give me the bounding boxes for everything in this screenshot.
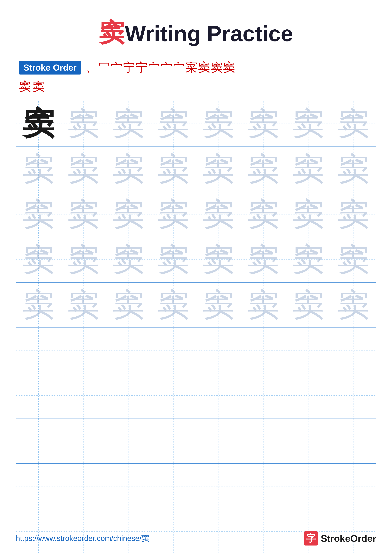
cell-char-ghost: 窦 (292, 244, 324, 275)
grid-cell-8-8[interactable] (331, 418, 376, 463)
grid-row-2: 窦 窦 窦 窦 窦 窦 窦 窦 (16, 146, 376, 192)
cell-char-ghost: 窦 (68, 244, 99, 275)
cell-char-ghost: 窦 (248, 198, 279, 230)
stroke-1: 、 (86, 59, 98, 75)
grid-cell-2-6: 窦 (241, 146, 286, 191)
footer-logo-icon: 字 (304, 531, 318, 546)
grid-cell-4-5: 窦 (196, 237, 241, 282)
cell-char-ghost: 窦 (248, 153, 279, 185)
grid-cell-2-8: 窦 (331, 146, 376, 191)
cell-char-ghost: 窦 (292, 289, 324, 321)
stroke-4: 宁 (123, 59, 135, 75)
grid-cell-3-1: 窦 (16, 192, 61, 237)
page: 窦 Writing Practice Stroke Order 、 冖 宀 宁 … (0, 0, 392, 555)
grid-cell-1-2: 窦 (61, 101, 106, 146)
grid-cell-9-1[interactable] (16, 464, 61, 509)
grid-cell-5-6: 窦 (241, 283, 286, 328)
footer-logo-text: StrokeOrder (321, 533, 376, 544)
footer-url: https://www.strokeorder.com/chinese/窦 (16, 533, 149, 543)
grid-cell-9-5[interactable] (196, 464, 241, 509)
grid-cell-2-5: 窦 (196, 146, 241, 191)
cell-char-ghost: 窦 (248, 244, 279, 275)
grid-cell-9-3[interactable] (106, 464, 151, 509)
grid-cell-1-6: 窦 (241, 101, 286, 146)
stroke-10: 窦 (198, 59, 210, 75)
cell-char-ghost: 窦 (248, 108, 279, 139)
grid-cell-8-5[interactable] (196, 418, 241, 463)
grid-cell-6-8[interactable] (331, 328, 376, 373)
grid-cell-6-3[interactable] (106, 328, 151, 373)
grid-row-9 (16, 464, 376, 509)
grid-cell-5-4: 窦 (151, 283, 196, 328)
grid-cell-7-8[interactable] (331, 373, 376, 418)
grid-cell-9-7[interactable] (286, 464, 331, 509)
cell-char-ghost: 窦 (248, 289, 279, 321)
cell-char-ghost: 窦 (338, 108, 369, 139)
grid-cell-8-4[interactable] (151, 418, 196, 463)
cell-char-ghost: 窦 (113, 108, 144, 139)
grid-cell-6-6[interactable] (241, 328, 286, 373)
grid-cell-8-3[interactable] (106, 418, 151, 463)
cell-char-ghost: 窦 (292, 108, 324, 139)
grid-cell-7-4[interactable] (151, 373, 196, 418)
grid-cell-5-2: 窦 (61, 283, 106, 328)
grid-cell-8-1[interactable] (16, 418, 61, 463)
cell-char-ghost: 窦 (68, 289, 99, 321)
grid-cell-3-6: 窦 (241, 192, 286, 237)
cell-char-ghost: 窦 (157, 244, 189, 275)
title-chinese-char: 窦 (99, 19, 124, 47)
stroke-sequence: 、 冖 宀 宁 宁 宀 宀 宀 寀 窦 窦 窦 (86, 59, 235, 75)
grid-cell-4-4: 窦 (151, 237, 196, 282)
grid-row-4: 窦 窦 窦 窦 窦 窦 窦 窦 (16, 237, 376, 282)
grid-cell-1-8: 窦 (331, 101, 376, 146)
grid-cell-7-2[interactable] (61, 373, 106, 418)
grid-row-6 (16, 328, 376, 373)
cell-char-ghost: 窦 (68, 153, 99, 185)
grid-cell-2-3: 窦 (106, 146, 151, 191)
grid-cell-5-3: 窦 (106, 283, 151, 328)
grid-cell-3-4: 窦 (151, 192, 196, 237)
grid-cell-8-2[interactable] (61, 418, 106, 463)
grid-cell-4-2: 窦 (61, 237, 106, 282)
grid-cell-7-1[interactable] (16, 373, 61, 418)
grid-cell-2-1: 窦 (16, 146, 61, 191)
grid-cell-6-7[interactable] (286, 328, 331, 373)
grid-cell-8-6[interactable] (241, 418, 286, 463)
grid-cell-4-7: 窦 (286, 237, 331, 282)
grid-cell-7-3[interactable] (106, 373, 151, 418)
grid-cell-3-7: 窦 (286, 192, 331, 237)
cell-char-ghost: 窦 (338, 198, 369, 230)
grid-cell-6-2[interactable] (61, 328, 106, 373)
footer: https://www.strokeorder.com/chinese/窦 字 … (16, 531, 376, 546)
cell-char-ghost: 窦 (203, 153, 234, 185)
grid-cell-9-8[interactable] (331, 464, 376, 509)
title-text: Writing Practice (125, 21, 293, 46)
grid-row-7 (16, 373, 376, 418)
cell-char-dark: 窦 (23, 108, 54, 139)
grid-cell-7-7[interactable] (286, 373, 331, 418)
grid-cell-7-5[interactable] (196, 373, 241, 418)
grid-cell-7-6[interactable] (241, 373, 286, 418)
grid-cell-6-5[interactable] (196, 328, 241, 373)
grid-cell-5-5: 窦 (196, 283, 241, 328)
grid-cell-9-4[interactable] (151, 464, 196, 509)
grid-cell-6-1[interactable] (16, 328, 61, 373)
stroke-5: 宁 (136, 59, 148, 75)
grid-cell-6-4[interactable] (151, 328, 196, 373)
grid-row-5: 窦 窦 窦 窦 窦 窦 窦 窦 (16, 283, 376, 328)
grid-cell-9-2[interactable] (61, 464, 106, 509)
grid-cell-9-6[interactable] (241, 464, 286, 509)
grid-cell-3-8: 窦 (331, 192, 376, 237)
grid-cell-1-7: 窦 (286, 101, 331, 146)
grid-cell-5-8: 窦 (331, 283, 376, 328)
grid-cell-3-2: 窦 (61, 192, 106, 237)
cell-char-ghost: 窦 (157, 198, 189, 230)
grid-cell-8-7[interactable] (286, 418, 331, 463)
cell-char-ghost: 窦 (113, 289, 144, 321)
cell-char-ghost: 窦 (68, 108, 99, 139)
cell-char-ghost: 窦 (338, 244, 369, 275)
cell-char-ghost: 窦 (157, 289, 189, 321)
cell-char-ghost: 窦 (203, 108, 234, 139)
cell-char-ghost: 窦 (23, 198, 54, 230)
stroke-12: 窦 (223, 59, 235, 75)
